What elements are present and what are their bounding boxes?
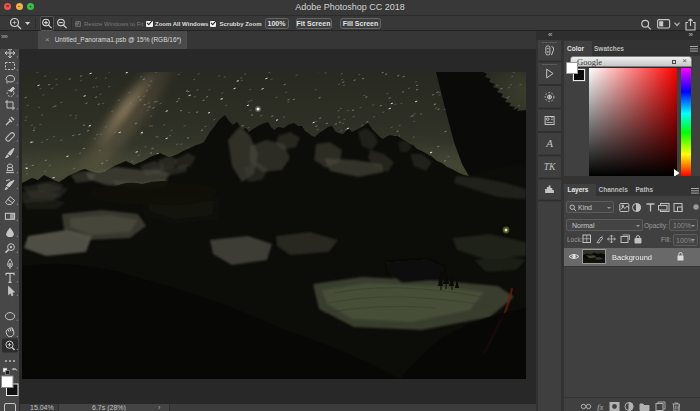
svg-text:A: A bbox=[545, 137, 553, 149]
svg-text:TK: TK bbox=[544, 162, 556, 172]
svg-text:fx: fx bbox=[597, 402, 604, 411]
